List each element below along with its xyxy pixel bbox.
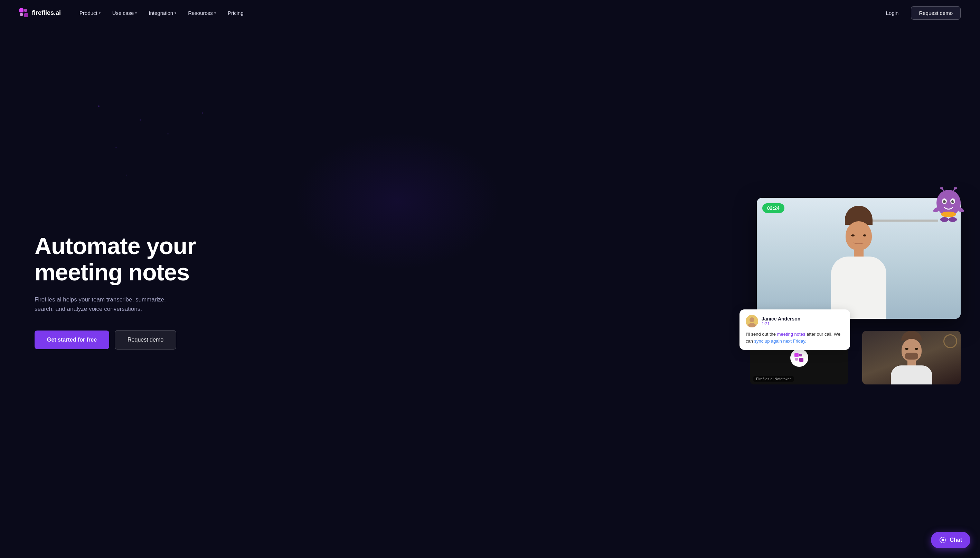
chat-icon <box>939 537 946 543</box>
logo-icon <box>20 8 29 18</box>
video-main: 02:24 <box>757 198 960 319</box>
speaker-name: Janice Anderson <box>762 316 800 322</box>
nav-item-integration[interactable]: Integration ▾ <box>144 7 181 19</box>
person-head <box>846 221 872 250</box>
man-neck <box>908 361 916 366</box>
bubble-message: I'll send out the meeting notes after ou… <box>746 331 844 344</box>
person-eye-right <box>863 235 866 236</box>
svg-point-19 <box>949 217 957 222</box>
svg-rect-25 <box>795 358 798 361</box>
hero-buttons: Get started for free Request demo <box>34 330 196 350</box>
person-neck <box>854 250 864 256</box>
nav-item-product[interactable]: Product ▾ <box>75 7 105 19</box>
bubble-header: Janice Anderson 1:21 <box>746 315 844 327</box>
svg-point-13 <box>945 200 946 202</box>
hero-title: Automate your meeting notes <box>34 233 196 285</box>
bg-glow <box>294 132 501 270</box>
man-eye-left <box>905 348 908 350</box>
msg-highlight2: sync up again next Friday. <box>754 338 807 344</box>
man-figure <box>891 331 932 384</box>
timer-badge: 02:24 <box>762 203 784 213</box>
video-bg: 02:24 <box>757 198 960 319</box>
svg-point-28 <box>942 539 944 542</box>
nav-item-pricing[interactable]: Pricing <box>223 7 249 19</box>
nav-left: fireflies.ai Product ▾ Use case ▾ Integr… <box>20 7 249 19</box>
svg-rect-26 <box>799 358 803 362</box>
svg-rect-1 <box>24 9 27 12</box>
svg-point-21 <box>749 317 754 322</box>
avatar <box>746 315 758 327</box>
msg-plain-start: I'll send out the <box>746 332 777 337</box>
hero-section: Automate your meeting notes Fireflies.ai… <box>0 26 980 556</box>
svg-rect-23 <box>794 353 798 357</box>
speaker-time: 1:21 <box>762 322 800 327</box>
chevron-down-icon: ▾ <box>135 11 137 15</box>
bubble-info: Janice Anderson 1:21 <box>762 316 800 327</box>
svg-rect-0 <box>20 8 23 12</box>
hero-title-line1: Automate your <box>34 233 196 259</box>
msg-highlight1: meeting notes <box>777 332 805 337</box>
man-head <box>901 339 922 361</box>
logo[interactable]: fireflies.ai <box>20 8 61 18</box>
svg-rect-3 <box>24 13 28 17</box>
person-figure <box>831 206 886 319</box>
get-started-button[interactable]: Get started for free <box>34 330 109 349</box>
nav-item-usecase[interactable]: Use case ▾ <box>108 7 142 19</box>
chat-button[interactable]: Chat <box>931 532 970 548</box>
person-smile <box>853 241 864 244</box>
nav-pricing-label: Pricing <box>228 10 244 16</box>
hero-title-line2: meeting notes <box>34 259 189 285</box>
man-bg <box>862 331 960 384</box>
brand-name: fireflies.ai <box>32 9 61 16</box>
man-eye-right <box>915 348 918 350</box>
svg-point-18 <box>940 217 949 222</box>
hero-subtitle: Fireflies.ai helps your team transcribe,… <box>34 295 180 313</box>
nav-item-resources[interactable]: Resources ▾ <box>183 7 221 19</box>
hero-request-demo-button[interactable]: Request demo <box>115 330 176 350</box>
man-beard <box>905 353 918 359</box>
man-video <box>862 331 960 384</box>
robot-mascot <box>933 187 964 225</box>
ring-light <box>943 334 957 348</box>
nav-right: Login Request demo <box>879 6 960 20</box>
chevron-down-icon: ▾ <box>99 11 101 15</box>
nav-integration-label: Integration <box>149 10 173 16</box>
timer-value: 02:24 <box>767 205 780 211</box>
nav-product-label: Product <box>80 10 97 16</box>
svg-point-17 <box>941 212 956 217</box>
speech-bubble: Janice Anderson 1:21 I'll send out the m… <box>739 309 850 350</box>
nav-links: Product ▾ Use case ▾ Integration ▾ Resou… <box>75 7 249 19</box>
chevron-down-icon: ▾ <box>214 11 216 15</box>
hero-visual: 02:24 Janice Anderson 1:21 <box>746 198 960 384</box>
chat-label: Chat <box>950 537 962 543</box>
svg-rect-24 <box>799 354 802 356</box>
chevron-down-icon: ▾ <box>175 11 176 15</box>
navbar: fireflies.ai Product ▾ Use case ▾ Integr… <box>0 0 980 26</box>
login-button[interactable]: Login <box>879 7 906 20</box>
notetaker-logo <box>790 349 808 367</box>
hero-left: Automate your meeting notes Fireflies.ai… <box>34 233 196 350</box>
request-demo-button[interactable]: Request demo <box>911 6 960 20</box>
svg-point-14 <box>953 200 954 202</box>
man-shirt <box>891 366 932 384</box>
svg-rect-2 <box>20 13 23 16</box>
nav-usecase-label: Use case <box>112 10 134 16</box>
nav-resources-label: Resources <box>188 10 213 16</box>
person-eye-left <box>851 235 854 236</box>
notetaker-label: Fireflies.ai Notetaker <box>753 376 794 382</box>
